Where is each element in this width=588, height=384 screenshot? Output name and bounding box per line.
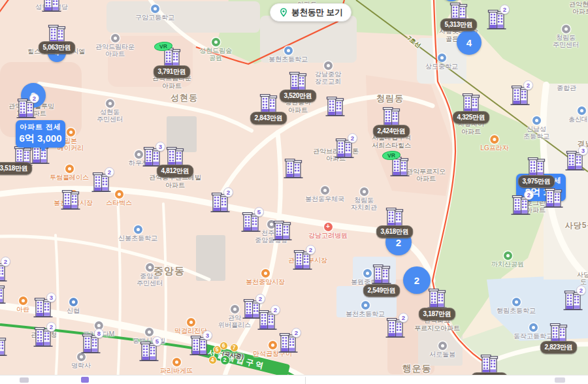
- price-marker[interactable]: 4,812만원: [165, 147, 185, 167]
- cluster-marker[interactable]: 2: [403, 266, 431, 294]
- building-marker-badged[interactable]: 2: [33, 327, 53, 347]
- area-filter-button[interactable]: 봉천동만 보기: [270, 3, 351, 22]
- poi-name-line: 봉천중앙시장: [246, 278, 285, 285]
- price-label[interactable]: 2,424만원: [373, 125, 410, 138]
- price-marker[interactable]: 2,549만원: [372, 264, 391, 285]
- cluster-marker[interactable]: 4: [457, 30, 482, 55]
- food-poi-icon: [491, 135, 499, 144]
- poi-label: 강남중앙장로교회: [315, 61, 341, 85]
- park-poi-icon: [504, 251, 512, 260]
- price-label[interactable]: 5,063만원: [39, 41, 76, 54]
- price-label[interactable]: 3,618만원: [376, 225, 414, 238]
- building-marker-badged[interactable]: 8: [81, 334, 101, 354]
- sch-poi-icon: [151, 5, 159, 13]
- building-marker-vr[interactable]: VR: [390, 157, 410, 177]
- poi-name-line: 아파트: [416, 175, 436, 182]
- building-marker-badged[interactable]: 3: [33, 298, 53, 318]
- building-marker-badged[interactable]: 2: [278, 333, 298, 353]
- building-marker-badged[interactable]: 2: [91, 172, 111, 193]
- district-label: 성현동: [171, 92, 198, 104]
- building-marker-badged[interactable]: 2: [293, 250, 312, 270]
- poi-label: 신봉초등학교: [118, 225, 157, 242]
- map-canvas[interactable]: 7호선 서울대입구역 (공사중) 봉천동만 보기 223225222223285…: [0, 0, 588, 384]
- building-marker-badged[interactable]: 5: [241, 212, 261, 232]
- price-marker[interactable]: 3,187만원: [427, 289, 447, 309]
- price-label[interactable]: 4,325만원: [453, 111, 490, 124]
- price-marker[interactable]: 5,313만원: [449, 3, 468, 23]
- poi-name-line: 관악: [228, 314, 241, 321]
- building-marker-badged[interactable]: 2: [487, 10, 506, 30]
- building-marker-badged[interactable]: 5: [139, 342, 159, 362]
- price-label[interactable]: 5,313만원: [440, 18, 478, 31]
- pub-poi-icon: [106, 99, 114, 108]
- price-marker[interactable]: 2,843만원: [259, 94, 278, 114]
- poi-name-line: 관악드림타운: [95, 43, 135, 50]
- price-label[interactable]: 2,823만원: [540, 341, 578, 354]
- unit-count-badge: 5: [152, 336, 162, 346]
- building-marker-badged[interactable]: 2: [210, 193, 230, 213]
- building-marker[interactable]: [284, 159, 303, 179]
- food-poi-icon: [261, 269, 270, 278]
- price-marker[interactable]: 3,975만원: [527, 157, 546, 178]
- building-marker[interactable]: [61, 190, 80, 210]
- price-label[interactable]: 3,520만원: [280, 89, 317, 103]
- tooltip-type-line: 아파트 전세: [18, 122, 63, 132]
- price-label[interactable]: 2,549만원: [363, 284, 400, 297]
- district-label: 중앙동: [154, 265, 185, 278]
- price-label[interactable]: 2,843만원: [250, 112, 287, 125]
- unit-count-badge: 2: [500, 5, 510, 14]
- price-marker[interactable]: 5,063만원: [47, 25, 67, 45]
- price-label[interactable]: 3,518만원: [0, 162, 32, 175]
- poi-name-line: 총신대학: [568, 116, 588, 123]
- pub-poi-icon: [438, 342, 447, 350]
- poi-name-line: LG프라자: [480, 144, 508, 152]
- price-label[interactable]: 3,975만원: [518, 175, 555, 188]
- building-marker-badged[interactable]: 3: [142, 147, 162, 167]
- poi-name-line: 봉천초등학교: [346, 310, 385, 317]
- poi-label: 청림동주민센터: [553, 25, 579, 48]
- building-marker[interactable]: [544, 188, 563, 208]
- building-marker[interactable]: [0, 284, 6, 304]
- price-marker[interactable]: 2,225만원: [480, 355, 499, 375]
- apartment-name-line: 아파트: [152, 82, 191, 90]
- sch-poi-icon: [361, 301, 370, 310]
- building-marker-badged[interactable]: 2: [511, 195, 531, 216]
- price-tooltip[interactable]: 아파트 전세6억 3,000: [16, 120, 65, 148]
- unit-count-badge: 2: [46, 322, 56, 332]
- building-marker-badged[interactable]: 2: [563, 291, 583, 311]
- building-marker-badged[interactable]: 2: [510, 86, 530, 106]
- building-marker[interactable]: [0, 336, 7, 357]
- poi-name-line: 사당: [577, 271, 588, 278]
- poi-name-line: 장로교회: [315, 78, 341, 85]
- price-marker[interactable]: 2,424만원: [382, 107, 401, 127]
- poi-name-line: 주민센터: [137, 280, 163, 287]
- building-marker-badged[interactable]: 2: [16, 99, 36, 119]
- poi-name-line: 봉현초등학교: [269, 56, 308, 63]
- unit-count-badge: 2: [270, 305, 280, 315]
- building-marker[interactable]: [42, 0, 61, 12]
- building-marker-badged[interactable]: 2: [0, 262, 7, 282]
- poi-name-line: 명락사: [71, 362, 91, 369]
- building-marker-badged[interactable]: 3: [189, 336, 209, 356]
- price-label[interactable]: 3,791만원: [154, 65, 191, 78]
- price-marker[interactable]: 3,520만원: [288, 72, 308, 92]
- price-marker[interactable]: VR3,791만원: [162, 48, 182, 68]
- poi-name-line: 초등학교: [523, 133, 549, 140]
- price-marker[interactable]: 3,618만원: [385, 208, 404, 228]
- poi-name-line: 위버플리스: [218, 321, 251, 328]
- building-marker[interactable]: [272, 221, 292, 241]
- building-marker-badged[interactable]: 2: [335, 138, 354, 159]
- building-marker[interactable]: [325, 97, 345, 117]
- building-marker-badged[interactable]: 2: [257, 310, 277, 330]
- tooltip-price-line: 6억 3,000: [18, 133, 63, 145]
- price-marker[interactable]: 2,823만원: [549, 323, 568, 344]
- sch-poi-icon: [578, 106, 586, 115]
- price-label[interactable]: 4,812만원: [157, 165, 194, 178]
- price-label[interactable]: 3,187만원: [419, 308, 456, 321]
- bottom-panel-edge: [0, 375, 588, 384]
- price-marker[interactable]: 4,325만원: [461, 93, 481, 114]
- building-marker-badged[interactable]: 2: [385, 318, 405, 338]
- poi-label: 성현동주민센터: [97, 99, 123, 123]
- food-poi-icon: [67, 128, 75, 136]
- building-marker-badged[interactable]: 3: [565, 151, 585, 171]
